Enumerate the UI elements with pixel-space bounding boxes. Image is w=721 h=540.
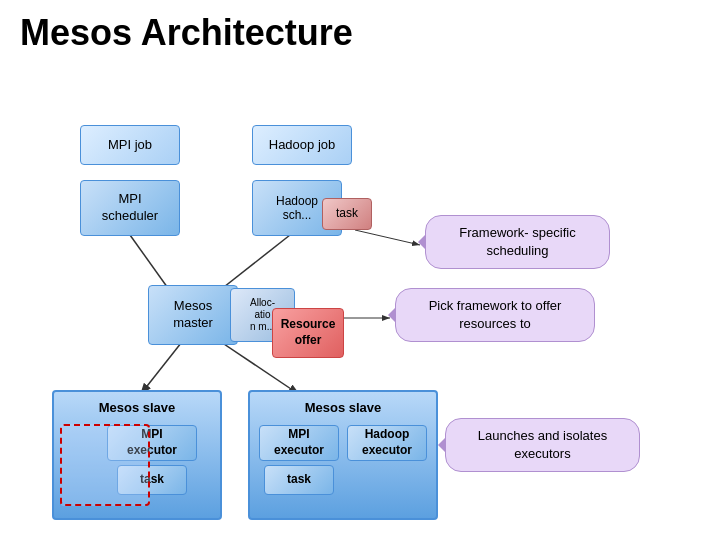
mpi-job-box: MPI job — [80, 125, 180, 165]
dashed-outline — [60, 424, 150, 506]
page-title: Mesos Architecture — [0, 0, 721, 60]
mesos-master-box: Mesosmaster — [148, 285, 238, 345]
hadoop-executor-box: Hadoopexecutor — [347, 425, 427, 461]
framework-scheduling-callout: Framework- specific scheduling — [425, 215, 610, 269]
slave2-label: Mesos slave — [258, 400, 428, 417]
mpi-scheduler-box: MPIscheduler — [80, 180, 180, 236]
hadoop-job-box: Hadoop job — [252, 125, 352, 165]
resource-offer-box: Resourceoffer — [272, 308, 344, 358]
svg-line-6 — [140, 338, 185, 395]
slave1-label: Mesos slave — [62, 400, 212, 417]
launches-isolates-label: Launches and isolates executors — [478, 428, 607, 461]
mpi-executor2-box: MPIexecutor — [259, 425, 339, 461]
task2-box: task — [264, 465, 334, 495]
hadoop-task-box: task — [322, 198, 372, 230]
pick-framework-callout: Pick framework to offer resources to — [395, 288, 595, 342]
framework-scheduling-label: Framework- specific scheduling — [459, 225, 575, 258]
pick-framework-label: Pick framework to offer resources to — [429, 298, 562, 331]
launches-isolates-callout: Launches and isolates executors — [445, 418, 640, 472]
mesos-slave1-box: Mesos slave MPIexecutor task — [52, 390, 222, 520]
mesos-slave2-box: Mesos slave MPIexecutor task Hadoopexecu… — [248, 390, 438, 520]
